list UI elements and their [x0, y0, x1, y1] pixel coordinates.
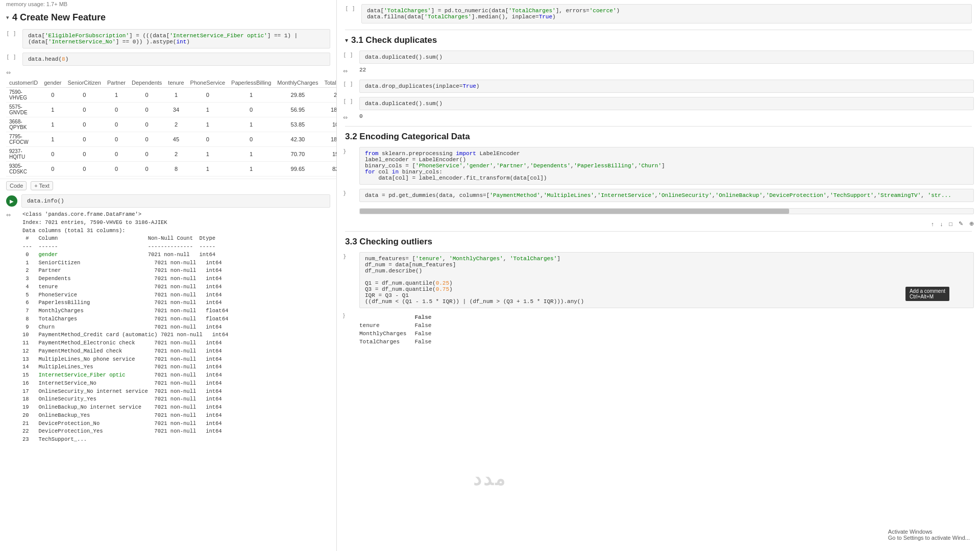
outlier-row-total: TotalCharges False [359, 338, 439, 346]
cell-val: 42.30 [274, 132, 321, 147]
drop-dup-code[interactable]: data.drop_duplicates(inplace=True) [359, 80, 974, 93]
code-head-content[interactable]: data.head(8) [22, 53, 330, 66]
right-top-code-cell: [ ] data['TotalCharges'] = pd.to_numeric… [337, 0, 980, 28]
cell-val: 0 [104, 162, 129, 177]
cell-val: 0 [228, 132, 274, 147]
right-bracket-top: [ ] [345, 5, 357, 12]
scrollbar[interactable] [359, 208, 974, 214]
code-part2: ] = (((data[ [129, 33, 169, 39]
right-top-code-content[interactable]: data['TotalCharges'] = pd.to_numeric(dat… [361, 4, 972, 23]
section4-header[interactable]: ▾ 4 Create New Feature [0, 8, 336, 27]
code-btn[interactable]: Code [6, 181, 27, 190]
outlier-col-value: False [414, 313, 439, 321]
col-customerid: customerID [6, 78, 41, 88]
info-line: 18 OnlineSecurity_Yes 7021 non-null int6… [22, 395, 228, 404]
cell-val: 151.65 [321, 147, 336, 162]
left-panel: memory usage: 1.7+ MB ▾ 4 Create New Fea… [0, 0, 337, 551]
dup-bracket2: [ ] [343, 98, 355, 105]
run-button[interactable]: ▶ [6, 195, 17, 207]
out-line4 [365, 274, 968, 280]
section31-header[interactable]: ▾ 3.1 Check duplicates [337, 32, 980, 48]
cell-val: 34 [165, 103, 187, 117]
section33-title: 3.3 Checking outliers [345, 237, 432, 247]
outlier-row-tenure: tenure False [359, 321, 439, 330]
cell-id: 9237-HQITU [6, 147, 41, 162]
encoding-code-2[interactable]: data = pd.get_dummies(data, columns=['Pa… [359, 189, 974, 202]
encoding-cell-1: } from sklearn.preprocessing import Labe… [337, 145, 980, 187]
cell-bracket-2: [ ] [6, 54, 18, 60]
code-part4: ] == 0)) ).astype( [116, 39, 177, 45]
cell-val: 1 [187, 162, 229, 177]
cell-val: 70.70 [274, 147, 321, 162]
dup-icon-2: ⇔ [343, 114, 355, 121]
encoding-cell-2: } data = pd.get_dummies(data, columns=['… [337, 187, 980, 218]
scroll-thumb [360, 209, 789, 214]
info-line: 5 PhoneService 7021 non-null int64 [22, 291, 228, 299]
cell-val: 1 [228, 147, 274, 162]
dup-cell-1: [ ] data.duplicated().sum() [337, 48, 980, 66]
cell-id: 7795-CFOCW [6, 132, 41, 147]
cell-toolbar: Code + Text [0, 179, 336, 192]
section32-header[interactable]: 3.2 Encoding Categorical Data [337, 129, 980, 145]
info-line: 2 Partner 7021 non-null int64 [22, 267, 228, 275]
out-line8: ((df_num < (Q1 - 1.5 * IQR)) | (df_num >… [365, 298, 968, 305]
col-total: TotalCharges [321, 78, 336, 88]
outlier-output: } False tenure False MonthlyCharges Fals… [337, 310, 980, 351]
encoding-code-1[interactable]: from sklearn.preprocessing import LabelE… [359, 147, 974, 185]
cell-val: 1 [228, 88, 274, 103]
info-line: 1 SeniorCitizen 7021 non-null int64 [22, 259, 228, 267]
toolbar-up-btn[interactable]: ↑ [929, 220, 936, 228]
cell-id: 5575-GNVDE [6, 103, 41, 117]
cell-val: 1889.50 [321, 103, 336, 117]
section31-title: 3.1 Check duplicates [351, 35, 437, 45]
enc-bracket2: } [343, 190, 355, 196]
info-line: # Column Non-Null Count Dtype [22, 235, 228, 243]
cell-id: 7590-VHVEG [6, 88, 41, 103]
cell-val: 56.95 [274, 103, 321, 117]
cell-val: 0 [65, 117, 104, 132]
code-info[interactable]: data.info() [21, 194, 330, 208]
cell-val: 8 [165, 162, 187, 177]
toolbar-square-btn[interactable]: □ [947, 220, 954, 228]
col-monthly: MonthlyCharges [274, 78, 321, 88]
info-line: 9 Churn 7021 non-null int64 [22, 323, 228, 332]
cell-val: 1 [228, 162, 274, 177]
code-eligible-content[interactable]: data['EligibleForSubscription'] = (((dat… [22, 29, 330, 48]
out-line5: Q1 = df_num.quantile(0.25) [365, 280, 968, 286]
section33-header[interactable]: 3.3 Checking outliers [337, 234, 980, 250]
cell-val: 0 [129, 132, 165, 147]
cell-val: 0 [104, 132, 129, 147]
cell-val: 29.85 [274, 88, 321, 103]
divider3 [345, 231, 972, 232]
info-line: 7 MonthlyCharges 7021 non-null float64 [22, 307, 228, 315]
out-line3: df_num.describe() [365, 268, 968, 274]
out-line1: num_features= ['tenure', 'MonthlyCharges… [365, 256, 968, 262]
cell-val: 29.85 [321, 88, 336, 103]
cell-val: 0 [65, 103, 104, 117]
toolbar-edit-btn[interactable]: ✎ [957, 219, 965, 228]
text-btn[interactable]: + Text [31, 181, 53, 190]
table-row: 7795-CFOCW 1 0 0 0 45 0 0 42.30 1840.75 … [6, 132, 336, 147]
info-output-cell: ⇔ <class 'pandas.core.frame.DataFrame'> … [0, 210, 336, 447]
code-string-2: 'InternetService_Fiber optic' [169, 33, 267, 39]
cell-val: 0 [104, 147, 129, 162]
cell-val: 0 [129, 88, 165, 103]
cell-val: 0 [65, 162, 104, 177]
toolbar-down-btn[interactable]: ↓ [938, 220, 945, 228]
outlier-code[interactable]: num_features= ['tenure', 'MonthlyCharges… [359, 252, 974, 308]
info-line: 6 PaperlessBilling 7021 non-null int64 [22, 299, 228, 307]
info-line: 21 DeviceProtection_No 7021 non-null int… [22, 420, 228, 428]
info-line: 8 TotalCharges 7021 non-null float64 [22, 315, 228, 323]
outlier-col-label [359, 313, 414, 321]
cell-val: 820.50 [321, 162, 336, 177]
cell-val: 0 [187, 132, 229, 147]
divider1 [345, 30, 972, 30]
cell-val: 0 [129, 103, 165, 117]
toolbar-add-btn[interactable]: ⊕ [967, 219, 976, 228]
output-arrows-icon: ⇔ [6, 212, 18, 218]
dup-value-1: 22 [359, 67, 366, 73]
dup-code-2[interactable]: data.duplicated().sum() [359, 97, 974, 110]
info-line: <class 'pandas.core.frame.DataFrame'> [22, 211, 228, 219]
dup-code-1[interactable]: data.duplicated().sum() [359, 51, 974, 64]
cell-val: 0 [129, 147, 165, 162]
